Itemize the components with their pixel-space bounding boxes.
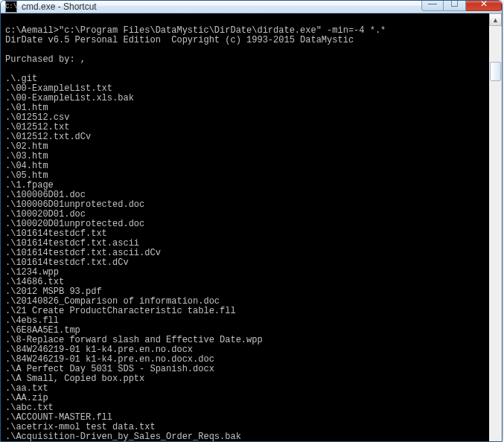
maximize-button[interactable]: ☐ [444,0,466,11]
chevron-up-icon: ▲ [492,16,499,24]
scroll-up-button[interactable]: ▲ [489,13,502,26]
cmd-icon: C:\ [5,1,17,13]
scrollbar-thumb[interactable] [490,62,501,81]
window-controls: — ☐ ✕ [421,0,502,11]
minimize-button[interactable]: — [421,0,444,11]
vertical-scrollbar[interactable]: ▲ ▼ [489,13,502,442]
scrollbar-track[interactable] [489,26,502,442]
window-title: cmd.exe - Shortcut [22,1,97,12]
close-button[interactable]: ✕ [466,0,502,11]
minimize-icon: — [428,0,437,9]
content-area: c:\Aemail>"c:\Program Files\DataMystic\D… [1,13,502,442]
titlebar[interactable]: C:\ cmd.exe - Shortcut — ☐ ✕ [1,1,502,13]
maximize-icon: ☐ [450,0,459,9]
close-icon: ✕ [480,0,488,9]
app-window: C:\ cmd.exe - Shortcut — ☐ ✕ c:\Aemail>"… [0,0,503,442]
terminal-output[interactable]: c:\Aemail>"c:\Program Files\DataMystic\D… [1,13,489,442]
